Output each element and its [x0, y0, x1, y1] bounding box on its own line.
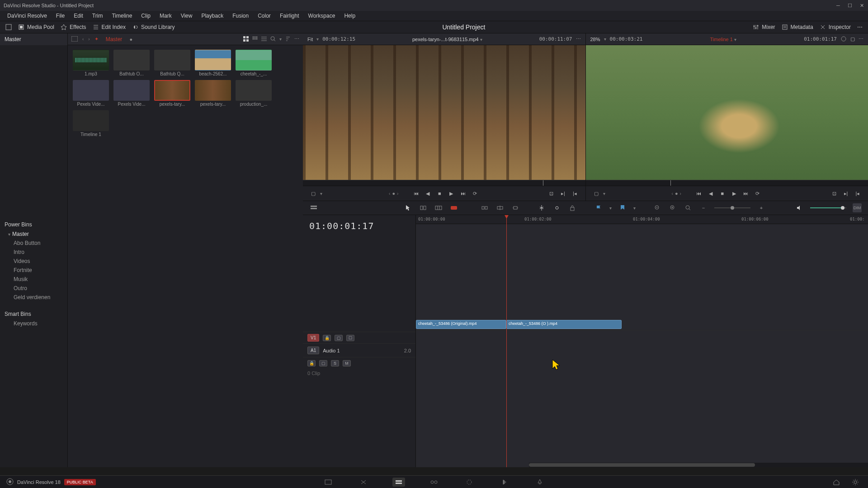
menu-edit[interactable]: Edit [70, 12, 87, 20]
more-icon[interactable]: ⋯ [857, 24, 863, 30]
settings-icon[interactable] [849, 478, 862, 487]
menu-mark[interactable]: Mark [156, 12, 175, 20]
home-icon[interactable] [830, 478, 843, 487]
volume-slider[interactable] [810, 207, 846, 208]
match-prev-icon[interactable]: ‹ [389, 191, 390, 196]
timeline-scrubber[interactable] [586, 180, 868, 186]
media-item[interactable]: 1.mp3 [72, 50, 109, 76]
source-scrubber[interactable] [303, 180, 585, 186]
arrow-tool-icon[interactable] [403, 203, 412, 212]
zoom-selector[interactable]: 28% [590, 37, 600, 42]
fusion-page-icon[interactable] [428, 478, 440, 487]
timeline-clip[interactable]: cheetah_-_53486 (O ).mp4 [506, 320, 622, 329]
metadata-toggle[interactable]: Metadata [782, 24, 813, 30]
fairlight-page-icon[interactable] [498, 478, 511, 487]
auto-select-icon[interactable]: ▢ [319, 360, 327, 366]
single-viewer-icon[interactable]: ▢ [850, 36, 855, 42]
viewer-mode-icon[interactable]: ▢ [308, 188, 318, 198]
jump-start-icon[interactable]: ⏮ [694, 188, 704, 198]
media-page-icon[interactable] [322, 478, 335, 487]
view-grid-icon[interactable] [252, 36, 258, 42]
timeline-clip[interactable]: cheetah_-_53486 (Original).mp4 [416, 320, 506, 329]
in-point-icon[interactable]: ▸| [841, 188, 851, 198]
menu-color[interactable]: Color [254, 12, 274, 20]
prev-edit-icon[interactable]: ‹ [672, 191, 673, 196]
trim-tool-icon[interactable] [419, 203, 428, 212]
video-track-v1[interactable]: cheetah_-_53486 (Original).mp4cheetah_-_… [416, 320, 868, 330]
media-item[interactable]: Bathtub Q... [154, 50, 191, 76]
zoom-full-icon[interactable] [653, 203, 662, 212]
out-point-icon[interactable]: |◂ [853, 188, 863, 198]
zoom-detail-icon[interactable] [668, 203, 677, 212]
bin-musik[interactable]: Musik [5, 275, 63, 284]
breadcrumb[interactable]: Master [103, 36, 125, 42]
more-icon[interactable]: ⋯ [859, 36, 863, 42]
viewer-mode-icon[interactable]: ▢ [591, 188, 601, 198]
media-item[interactable]: production_... [235, 80, 272, 107]
next-edit-icon[interactable]: › [680, 191, 681, 196]
bin-intro[interactable]: Intro [5, 248, 63, 257]
more-icon[interactable]: ⋯ [576, 36, 581, 42]
zoom-in-icon[interactable]: + [757, 203, 766, 212]
play-icon[interactable]: ▶ [446, 188, 456, 198]
insert-clip-icon[interactable] [480, 203, 489, 212]
menu-fusion[interactable]: Fusion [229, 12, 252, 20]
source-clip-title[interactable]: pexels-taryn-...t-9683115.mp4 ▾ [359, 37, 536, 42]
zoom-slider[interactable] [714, 207, 750, 208]
media-item[interactable]: pexels-tary... [154, 80, 191, 107]
media-pool-toggle[interactable]: Media Pool [18, 24, 54, 30]
flag-icon[interactable] [594, 203, 603, 212]
media-item[interactable]: Pexels Vide... [72, 80, 109, 107]
nav-fwd-icon[interactable]: › [88, 37, 90, 42]
edit-index-toggle[interactable]: Edit Index [93, 24, 126, 30]
bin-outro[interactable]: Outro [5, 284, 63, 293]
timeline-title[interactable]: Timeline 1 ▾ [646, 37, 800, 42]
menu-file[interactable]: File [52, 12, 68, 20]
panel-menu-icon[interactable] [71, 36, 78, 42]
a1-track-header[interactable]: A1 Audio 1 2.0 [303, 343, 415, 357]
lock-icon[interactable] [568, 203, 577, 212]
minimize-button[interactable]: ─ [835, 3, 841, 8]
play-icon[interactable]: ▶ [729, 188, 739, 198]
jump-start-icon[interactable]: ⏮ [411, 188, 421, 198]
loop-icon[interactable]: ⟳ [470, 188, 480, 198]
solo-button[interactable]: S [331, 360, 339, 366]
media-item[interactable]: beach-2562... [194, 50, 231, 76]
menu-clip[interactable]: Clip [137, 12, 154, 20]
stop-icon[interactable]: ■ [717, 188, 727, 198]
edit-page-icon[interactable] [392, 478, 405, 487]
marker-icon[interactable] [618, 203, 627, 212]
fullscreen-toggle[interactable] [5, 24, 12, 30]
bin-geld[interactable]: Geld verdienen [5, 293, 63, 302]
media-item[interactable]: Timeline 1 [72, 110, 109, 137]
replace-clip-icon[interactable] [511, 203, 520, 212]
jump-end-icon[interactable]: ⏭ [741, 188, 751, 198]
timeline-tracks[interactable]: 01:00:00:00 01:00:02:00 01:00:04:00 01:0… [416, 215, 868, 467]
maximize-button[interactable]: ☐ [847, 3, 853, 8]
dim-button[interactable]: DIM [853, 203, 862, 212]
menu-workspace[interactable]: Workspace [305, 12, 339, 20]
bin-videos[interactable]: Videos [5, 257, 63, 266]
search-icon[interactable] [270, 36, 276, 42]
media-item[interactable]: cheetah_-_... [235, 50, 272, 76]
more-icon[interactable]: ⋯ [294, 36, 299, 42]
sound-library-toggle[interactable]: Sound Library [132, 24, 175, 30]
timeline-ruler[interactable]: 01:00:00:00 01:00:02:00 01:00:04:00 01:0… [416, 215, 868, 224]
menu-timeline[interactable]: Timeline [108, 12, 136, 20]
menu-trim[interactable]: Trim [89, 12, 107, 20]
master-header[interactable]: Master [0, 33, 67, 45]
match-frame-icon[interactable]: ⊡ [829, 188, 839, 198]
bypass-icon[interactable] [840, 36, 847, 42]
menu-view[interactable]: View [177, 12, 196, 20]
playhead[interactable] [506, 215, 507, 467]
zoom-out-icon[interactable]: − [699, 203, 708, 212]
in-point-icon[interactable]: ▸| [558, 188, 568, 198]
menu-fairlight[interactable]: Fairlight [276, 12, 303, 20]
out-point-icon[interactable]: |◂ [570, 188, 580, 198]
timeline-view-icon[interactable] [309, 203, 318, 212]
jump-end-icon[interactable]: ⏭ [458, 188, 468, 198]
close-button[interactable]: ✕ [859, 3, 864, 8]
color-page-icon[interactable] [463, 478, 476, 487]
auto-select-icon[interactable]: ▢ [335, 335, 343, 341]
v1-track-header[interactable]: V1 🔒 ▢ ☐ [303, 332, 415, 343]
